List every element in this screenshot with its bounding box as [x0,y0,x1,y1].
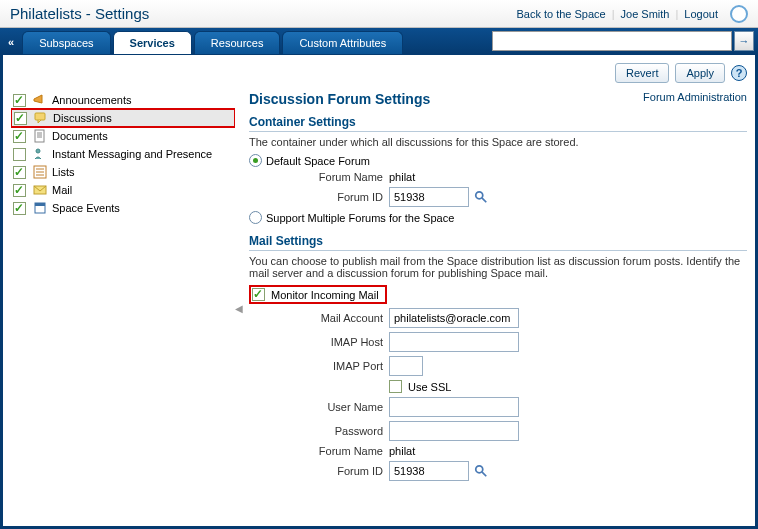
svg-line-16 [482,472,486,476]
radio-icon[interactable] [249,211,262,224]
chat-bubble-icon [33,110,49,126]
tab-services[interactable]: Services [113,31,192,54]
search-go-icon[interactable]: → [734,31,754,51]
checkbox-icon[interactable] [13,166,26,179]
svg-rect-12 [35,203,45,206]
search-wrap: → [492,31,754,51]
megaphone-icon [32,92,48,108]
row-forum-name: Forum Name philat [249,169,747,185]
row-user-name: User Name [249,395,747,419]
sidebar-item-discussions[interactable]: Discussions [11,109,235,127]
sidebar-item-label: Instant Messaging and Presence [52,148,212,160]
sidebar-item-label: Discussions [53,112,112,124]
sidebar-item-announcements[interactable]: Announcements [11,91,235,109]
splitter: ◀ [235,91,243,526]
label-imap-port: IMAP Port [249,360,389,372]
main-panel: Forum Administration Discussion Forum Se… [243,91,747,526]
sidebar-item-space-events[interactable]: Space Events [11,199,235,217]
label-mail-forum-id: Forum ID [249,465,389,477]
sidebar-item-label: Announcements [52,94,132,106]
radio-multiple-forums[interactable]: Support Multiple Forums for the Space [249,209,747,226]
label-mail-forum-name: Forum Name [249,445,389,457]
search-input[interactable] [492,31,732,51]
checkbox-use-ssl[interactable] [389,380,402,393]
checkbox-icon[interactable] [13,148,26,161]
input-user-name[interactable] [389,397,519,417]
label-password: Password [249,425,389,437]
forum-admin-link[interactable]: Forum Administration [643,91,747,103]
container-settings-desc: The container under which all discussion… [249,132,747,152]
tab-resources[interactable]: Resources [194,31,281,54]
checkbox-monitor-mail[interactable] [252,288,265,301]
user-link[interactable]: Joe Smith [621,8,670,20]
label-forum-id: Forum ID [249,191,389,203]
page-title: Philatelists - Settings [10,5,149,22]
svg-line-14 [482,198,486,202]
header-links: Back to the Space | Joe Smith | Logout [516,5,748,23]
tab-custom-attributes[interactable]: Custom Attributes [282,31,403,54]
container-settings-head: Container Settings [249,115,747,132]
sidebar-item-label: Lists [52,166,75,178]
radio-label: Support Multiple Forums for the Space [266,212,454,224]
body: Revert Apply ? Announcements Discussions… [2,54,756,527]
list-icon [32,164,48,180]
row-imap-host: IMAP Host [249,330,747,354]
row-forum-id: Forum ID [249,185,747,209]
monitor-mail-callout: Monitor Incoming Mail [249,285,387,304]
checkbox-icon[interactable] [14,112,27,125]
row-mail-forum-name: Forum Name philat [249,443,747,459]
checkbox-icon[interactable] [13,184,26,197]
document-icon [32,128,48,144]
checkbox-icon[interactable] [13,94,26,107]
svg-rect-0 [35,113,45,120]
logout-link[interactable]: Logout [684,8,718,20]
oracle-logo-icon [730,5,748,23]
collapse-handle-icon[interactable]: ◀ [235,303,243,314]
svg-point-5 [36,149,40,153]
back-link[interactable]: Back to the Space [516,8,605,20]
tab-subspaces[interactable]: Subspaces [22,31,110,54]
sidebar-item-lists[interactable]: Lists [11,163,235,181]
row-mail-account: Mail Account [249,306,747,330]
input-imap-port[interactable] [389,356,423,376]
mail-icon [32,182,48,198]
checkbox-icon[interactable] [13,130,26,143]
checkbox-icon[interactable] [13,202,26,215]
radio-icon[interactable] [249,154,262,167]
input-password[interactable] [389,421,519,441]
sidebar-item-label: Mail [52,184,72,196]
input-forum-id[interactable] [389,187,469,207]
sidebar-item-im[interactable]: Instant Messaging and Presence [11,145,235,163]
radio-default-forum[interactable]: Default Space Forum [249,152,747,169]
input-imap-host[interactable] [389,332,519,352]
sidebar-item-mail[interactable]: Mail [11,181,235,199]
input-mail-account[interactable] [389,308,519,328]
label-user-name: User Name [249,401,389,413]
label-use-ssl: Use SSL [408,381,451,393]
monitor-mail-label: Monitor Incoming Mail [271,289,379,301]
tab-bar: « Subspaces Services Resources Custom At… [0,28,758,54]
sidebar-item-documents[interactable]: Documents [11,127,235,145]
input-mail-forum-id[interactable] [389,461,469,481]
lookup-icon[interactable] [473,463,489,479]
label-mail-account: Mail Account [249,312,389,324]
sidebar-item-label: Documents [52,130,108,142]
apply-button[interactable]: Apply [675,63,725,83]
back-chevrons-icon[interactable]: « [4,36,22,54]
sidebar-item-label: Space Events [52,202,120,214]
row-password: Password [249,419,747,443]
svg-point-15 [476,466,483,473]
help-icon[interactable]: ? [731,65,747,81]
top-buttons: Revert Apply ? [11,63,747,83]
content: Announcements Discussions Documents Inst… [11,91,747,526]
svg-point-13 [476,192,483,199]
lookup-icon[interactable] [473,189,489,205]
revert-button[interactable]: Revert [615,63,669,83]
svg-rect-1 [35,130,44,142]
body-wrap: Revert Apply ? Announcements Discussions… [0,54,758,529]
row-imap-port: IMAP Port [249,354,747,378]
mail-settings-desc: You can choose to publish mail from the … [249,251,747,283]
header: Philatelists - Settings Back to the Spac… [0,0,758,28]
value-mail-forum-name: philat [389,445,415,457]
label-forum-name: Forum Name [249,171,389,183]
